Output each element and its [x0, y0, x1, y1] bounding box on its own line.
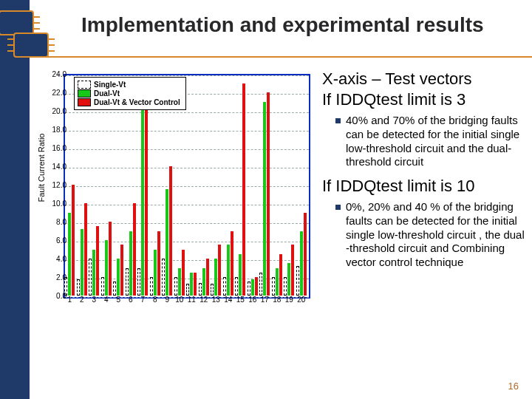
- y-tick: 6.0: [41, 236, 66, 245]
- bar-d: [227, 245, 230, 296]
- y-tick: 10.0: [41, 200, 66, 208]
- bar-d: [300, 231, 303, 296]
- bar-s: [199, 283, 202, 296]
- bar-d: [166, 189, 168, 296]
- bar-v: [304, 213, 307, 296]
- bar-s: [150, 277, 153, 296]
- x-tick: 1: [64, 296, 75, 304]
- y-tick: 12.0: [41, 181, 66, 189]
- chip-icon: [0, 10, 34, 35]
- text-column: X-axis – Test vectors If IDDQtest limit …: [322, 69, 529, 274]
- bar-d: [141, 102, 144, 296]
- x-tick: 13: [210, 296, 222, 304]
- y-tick: 8.0: [41, 218, 66, 226]
- page-number: 16: [508, 381, 519, 392]
- bar-s: [89, 259, 92, 296]
- bar-v: [120, 245, 123, 296]
- y-tick: 20.0: [41, 107, 66, 115]
- bar-d: [117, 259, 120, 296]
- x-tick: 20: [296, 296, 307, 304]
- text-line: If IDDQtest limit is 10: [322, 177, 529, 196]
- bar-v: [194, 273, 197, 296]
- bar-v: [72, 185, 75, 296]
- x-tick: 7: [137, 296, 149, 304]
- bar-s: [259, 273, 262, 296]
- bar-v: [182, 250, 185, 296]
- bar-v: [157, 231, 160, 296]
- bar-v: [206, 259, 209, 296]
- bar-v: [218, 245, 221, 296]
- bar-d: [129, 231, 132, 296]
- y-tick: 2.0: [41, 273, 66, 282]
- chart: Fault Current Ratio Single-Vt Dual-Vt Du…: [34, 68, 315, 312]
- bar-s: [101, 277, 104, 296]
- bar-d: [263, 102, 266, 296]
- x-tick: 19: [283, 296, 295, 304]
- x-tick: 14: [222, 296, 234, 304]
- decorative-band: [0, 0, 30, 399]
- bar-v: [96, 226, 99, 296]
- x-tick: 17: [259, 296, 270, 304]
- bar-s: [162, 259, 165, 296]
- chart-legend: Single-Vt Dual-Vt Dual-Vt & Vector Contr…: [74, 77, 186, 110]
- bar-d: [68, 213, 71, 296]
- x-tick: 9: [161, 296, 173, 304]
- legend-label: Dual-Vt: [94, 89, 120, 98]
- bar-d: [214, 259, 217, 296]
- bar-d: [202, 268, 205, 296]
- x-tick: 15: [234, 296, 246, 304]
- x-tick: 2: [76, 296, 88, 304]
- bullet-item: 0%, 20% and 40 % of the bridging faults …: [335, 200, 529, 270]
- bar-d: [251, 279, 254, 296]
- slide-title: Implementation and experimental results: [81, 13, 525, 37]
- bar-s: [284, 277, 287, 296]
- bar-d: [81, 229, 83, 296]
- y-tick: 24.0: [41, 70, 66, 78]
- bar-v: [109, 222, 112, 296]
- bar-s: [113, 282, 116, 296]
- bar-v: [255, 277, 258, 296]
- text-line: X-axis – Test vectors: [322, 69, 529, 89]
- bar-s: [223, 277, 226, 296]
- bar-v: [279, 254, 282, 296]
- y-tick: 16.0: [41, 144, 66, 152]
- x-tick: 3: [88, 296, 100, 304]
- y-tick: 0.0: [41, 292, 66, 300]
- x-tick: 4: [100, 296, 112, 304]
- bar-d: [154, 250, 157, 296]
- bar-d: [190, 273, 193, 296]
- y-tick: 4.0: [41, 255, 66, 263]
- bar-d: [276, 268, 279, 296]
- bar-v: [133, 203, 136, 296]
- bar-s: [272, 277, 275, 296]
- bar-v: [169, 166, 172, 296]
- title-underline: [30, 56, 532, 58]
- x-tick: 16: [247, 296, 259, 304]
- bar-s: [235, 277, 238, 296]
- bar-s: [248, 282, 250, 296]
- x-tick: 5: [112, 296, 124, 304]
- y-tick: 18.0: [41, 126, 66, 134]
- text-line: If IDDQtest limit is 3: [322, 90, 529, 109]
- bar-v: [84, 203, 87, 296]
- x-tick: 12: [198, 296, 210, 304]
- slide: Implementation and experimental results …: [0, 0, 532, 399]
- bar-v: [145, 88, 148, 296]
- bar-d: [92, 250, 95, 296]
- legend-label: Dual-Vt & Vector Control: [94, 98, 180, 106]
- bar-s: [211, 284, 214, 296]
- x-tick: 18: [271, 296, 283, 304]
- x-tick: 6: [125, 296, 137, 304]
- bar-s: [77, 279, 80, 296]
- bar-v: [267, 92, 270, 296]
- x-tick: 10: [174, 296, 185, 304]
- bar-d: [178, 268, 181, 296]
- legend-label: Single-Vt: [94, 81, 126, 89]
- bar-s: [126, 268, 129, 296]
- bar-s: [137, 268, 140, 296]
- bar-v: [291, 245, 294, 296]
- x-tick: 11: [185, 296, 197, 304]
- bullet-item: 40% and 70% of the bridging faults can b…: [335, 114, 529, 169]
- y-tick: 14.0: [41, 163, 66, 171]
- x-tick: 8: [149, 296, 161, 304]
